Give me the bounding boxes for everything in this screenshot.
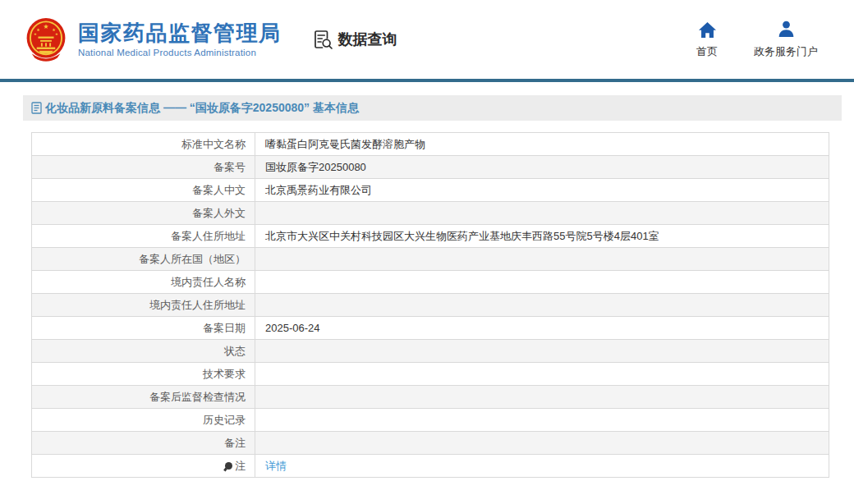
national-emblem-icon: ★ ★ ★ ★ ★ [25, 16, 67, 62]
row-label-cell: 备案人所在国（地区） [32, 248, 255, 271]
row-label: 备案日期 [203, 322, 246, 334]
site-header: ★ ★ ★ ★ ★ 国家药品监督管理局 National Medical Pro… [0, 0, 854, 79]
row-label: 备案人外文 [192, 207, 246, 219]
row-value [255, 386, 829, 409]
row-label-cell: 注 [32, 455, 255, 478]
row-label: 境内责任人住所地址 [149, 299, 246, 311]
page-title-bar: 化妆品新原料备案信息 —— “国妆原备字20250080” 基本信息 [23, 95, 842, 121]
org-name-zh: 国家药品监督管理局 [78, 21, 282, 45]
row-label: 状态 [224, 345, 246, 357]
row-label: 备案后监督检查情况 [149, 391, 246, 403]
nav-home-label: 首页 [696, 44, 718, 59]
row-label-cell: 境内责任人住所地址 [32, 294, 255, 317]
row-value [255, 363, 829, 386]
table-row: 备案后监督检查情况 [32, 386, 829, 409]
table-row: 注详情 [32, 455, 829, 478]
row-label: 标准中文名称 [181, 138, 246, 150]
row-label-cell: 备案号 [32, 156, 255, 179]
nav-item-home[interactable]: 首页 [696, 21, 718, 59]
row-value: 北京禹景药业有限公司 [255, 179, 829, 202]
user-icon [777, 21, 796, 39]
table-row: 备案日期2025-06-24 [32, 317, 829, 340]
main-content: 化妆品新原料备案信息 —— “国妆原备字20250080” 基本信息 标准中文名… [23, 95, 842, 478]
row-label: 备案人所在国（地区） [139, 253, 246, 265]
row-label: 备注 [224, 437, 246, 449]
document-icon [31, 102, 42, 114]
row-label: 备案号 [214, 161, 246, 173]
table-row: 备注 [32, 432, 829, 455]
svg-text:★: ★ [34, 32, 37, 36]
row-label: 备案人中文 [192, 184, 246, 196]
header-divider [0, 79, 854, 82]
row-value [255, 271, 829, 294]
data-query-label: 数据查询 [338, 30, 397, 49]
table-row: 备案人所在国（地区） [32, 248, 829, 271]
row-value [255, 340, 829, 363]
row-label-cell: 技术要求 [32, 363, 255, 386]
row-label-cell: 历史记录 [32, 409, 255, 432]
svg-text:★: ★ [44, 23, 49, 30]
detail-link[interactable]: 详情 [265, 460, 287, 472]
nav-portal-label: 政务服务门户 [754, 44, 818, 59]
row-label-cell: 备案人住所地址 [32, 225, 255, 248]
site-logo[interactable]: ★ ★ ★ ★ ★ 国家药品监督管理局 National Medical Pro… [25, 16, 282, 62]
home-icon [698, 21, 717, 39]
row-label-cell: 备案人外文 [32, 202, 255, 225]
row-label-cell: 标准中文名称 [32, 133, 255, 156]
org-name-en: National Medical Products Administration [78, 48, 282, 57]
row-value [255, 409, 829, 432]
row-value [255, 202, 829, 225]
row-value [255, 432, 829, 455]
row-label: 历史记录 [203, 414, 246, 426]
row-label: 注 [235, 460, 246, 472]
document-search-icon [311, 29, 333, 51]
header-nav: 首页 政务服务门户 [696, 21, 818, 59]
filing-table-wrap: 标准中文名称嗜黏蛋白阿克曼氏菌发酵溶胞产物备案号国妆原备字20250080备案人… [31, 132, 842, 478]
row-value: 2025-06-24 [255, 317, 829, 340]
table-row: 备案人外文 [32, 202, 829, 225]
filing-table-body: 标准中文名称嗜黏蛋白阿克曼氏菌发酵溶胞产物备案号国妆原备字20250080备案人… [32, 133, 829, 478]
note-pin-icon [225, 462, 232, 470]
table-row: 境内责任人名称 [32, 271, 829, 294]
row-value: 国妆原备字20250080 [255, 156, 829, 179]
row-value-cell: 详情 [255, 455, 829, 478]
table-row: 历史记录 [32, 409, 829, 432]
row-value [255, 248, 829, 271]
row-label: 境内责任人名称 [171, 276, 246, 288]
nav-item-portal[interactable]: 政务服务门户 [754, 21, 818, 59]
filing-table: 标准中文名称嗜黏蛋白阿克曼氏菌发酵溶胞产物备案号国妆原备字20250080备案人… [31, 132, 829, 478]
row-value [255, 294, 829, 317]
table-row: 状态 [32, 340, 829, 363]
row-label-cell: 境内责任人名称 [32, 271, 255, 294]
table-row: 标准中文名称嗜黏蛋白阿克曼氏菌发酵溶胞产物 [32, 133, 829, 156]
data-query-nav[interactable]: 数据查询 [311, 29, 397, 51]
svg-text:★: ★ [36, 27, 40, 32]
row-label-cell: 备案日期 [32, 317, 255, 340]
row-label: 备案人住所地址 [171, 230, 246, 242]
svg-text:★: ★ [52, 27, 56, 32]
row-label-cell: 备案后监督检查情况 [32, 386, 255, 409]
table-row: 技术要求 [32, 363, 829, 386]
row-label-cell: 备注 [32, 432, 255, 455]
table-row: 备案号国妆原备字20250080 [32, 156, 829, 179]
row-label-cell: 备案人中文 [32, 179, 255, 202]
table-row: 境内责任人住所地址 [32, 294, 829, 317]
table-row: 备案人住所地址北京市大兴区中关村科技园区大兴生物医药产业基地庆丰西路55号院5号… [32, 225, 829, 248]
row-value: 嗜黏蛋白阿克曼氏菌发酵溶胞产物 [255, 133, 829, 156]
row-value: 北京市大兴区中关村科技园区大兴生物医药产业基地庆丰西路55号院5号楼4层401室 [255, 225, 829, 248]
page-title: 化妆品新原料备案信息 —— “国妆原备字20250080” 基本信息 [45, 101, 359, 116]
row-label: 技术要求 [203, 368, 246, 380]
row-label-cell: 状态 [32, 340, 255, 363]
table-row: 备案人中文北京禹景药业有限公司 [32, 179, 829, 202]
svg-text:★: ★ [55, 32, 58, 36]
